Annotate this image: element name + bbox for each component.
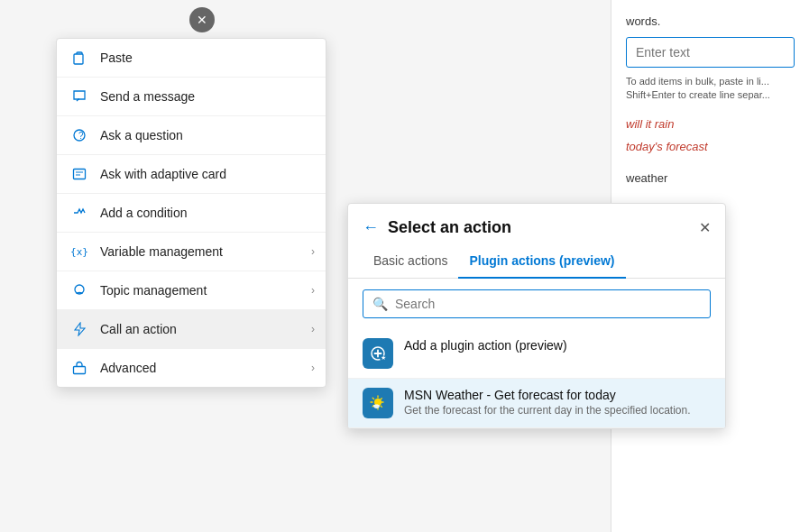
weather-name: MSN Weather - Get forecast for today [404, 388, 691, 402]
action-item-msn-weather[interactable]: MSN Weather - Get forecast for today Get… [348, 379, 725, 428]
action-panel-header: ← Select an action ✕ [348, 204, 725, 237]
enter-text-input[interactable] [626, 37, 795, 68]
menu-label: Call an action [100, 322, 177, 336]
action-panel: ← Select an action ✕ Basic actions Plugi… [347, 203, 726, 429]
menu-label: Add a condition [100, 206, 188, 220]
add-plugin-text: Add a plugin action (preview) [404, 338, 567, 353]
svg-rect-0 [74, 54, 83, 64]
menu-item-add-condition[interactable]: Add a condition [57, 194, 326, 233]
add-plugin-name: Add a plugin action (preview) [404, 338, 567, 353]
adaptive-card-icon [69, 164, 89, 184]
menu-item-advanced[interactable]: Advanced › [57, 349, 326, 387]
menu-item-ask-adaptive-card[interactable]: Ask with adaptive card [57, 155, 326, 194]
toolbox-icon [69, 358, 89, 378]
menu-label: Send a message [100, 89, 195, 104]
menu-label: Variable management [100, 244, 223, 259]
menu-item-send-message[interactable]: Send a message [57, 78, 326, 116]
question-icon: ? [69, 125, 89, 145]
search-container: 🔍 [363, 289, 711, 318]
weather-label: weather [626, 171, 795, 185]
close-button[interactable]: ✕ [189, 7, 215, 32]
paste-icon [69, 48, 89, 68]
tag1: will it rain [626, 117, 795, 131]
topic-icon [69, 280, 89, 300]
weather-icon [363, 388, 393, 418]
menu-label: Advanced [100, 361, 156, 375]
menu-item-paste[interactable]: Paste [57, 39, 326, 78]
weather-desc: Get the forecast for the current day in … [404, 404, 691, 418]
tab-plugin-actions[interactable]: Plugin actions (preview) [458, 246, 625, 279]
add-plugin-icon: ★ [363, 338, 393, 369]
menu-label: Paste [100, 50, 133, 65]
menu-item-topic-management[interactable]: Topic management › [57, 271, 326, 310]
menu-label: Ask a question [100, 128, 183, 142]
action-item-add-plugin[interactable]: ★ Add a plugin action (preview) [348, 329, 725, 379]
action-panel-title: Select an action [388, 218, 699, 237]
action-panel-close-button[interactable]: ✕ [699, 219, 711, 236]
action-list: ★ Add a plugin action (preview) MSN Weat… [348, 329, 725, 428]
variable-icon: {x} [69, 242, 89, 261]
menu-label: Ask with adaptive card [100, 167, 226, 181]
menu-item-variable-management[interactable]: {x} Variable management › [57, 233, 326, 271]
weather-text: MSN Weather - Get forecast for today Get… [404, 388, 691, 418]
hint-text: To add items in bulk, paste in li... Shi… [626, 75, 795, 103]
arrow-icon: › [311, 362, 315, 374]
words-text: words. [626, 14, 795, 28]
search-icon: 🔍 [372, 297, 388, 311]
svg-rect-7 [74, 367, 86, 374]
arrow-icon: › [311, 245, 315, 258]
arrow-icon: › [311, 323, 315, 335]
svg-rect-3 [74, 170, 86, 179]
svg-text:★: ★ [381, 354, 386, 361]
tab-basic-actions[interactable]: Basic actions [363, 246, 458, 279]
menu-label: Topic management [100, 283, 207, 298]
menu-item-call-action[interactable]: Call an action › [57, 310, 326, 349]
back-button[interactable]: ← [363, 218, 379, 237]
context-menu: Paste Send a message ? Ask a question As… [56, 38, 326, 388]
svg-text:?: ? [78, 131, 84, 141]
tag2: today's forecast [626, 140, 795, 153]
search-input[interactable] [395, 297, 701, 311]
action-tabs: Basic actions Plugin actions (preview) [348, 246, 725, 279]
condition-icon [69, 203, 89, 223]
arrow-icon: › [311, 284, 315, 297]
chat-icon [69, 87, 89, 106]
menu-item-ask-question[interactable]: ? Ask a question [57, 116, 326, 155]
lightning-icon [69, 319, 89, 339]
close-icon: ✕ [197, 13, 207, 27]
